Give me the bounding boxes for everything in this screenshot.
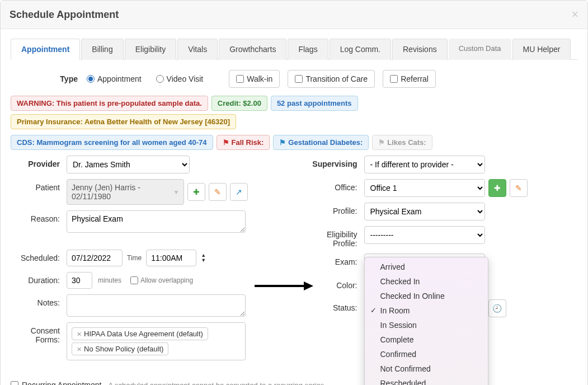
- svg-marker-1: [304, 281, 313, 290]
- recurring-appointment-checkbox[interactable]: Recurring Appointment A scheduled appoin…: [11, 381, 577, 385]
- plus-icon: ✚: [193, 187, 200, 196]
- pencil-icon: ✎: [515, 184, 522, 192]
- supervising-label: Supervising: [303, 156, 364, 168]
- tab-eligibility[interactable]: Eligibility: [125, 39, 176, 60]
- tab-growthcharts[interactable]: Growthcharts: [219, 39, 286, 60]
- badge-credit: Credit: $2.00: [211, 96, 267, 111]
- status-option-complete[interactable]: Complete: [365, 332, 488, 347]
- minutes-label: minutes: [98, 276, 121, 284]
- appointment-type-row: Type Appointment Video Visit Walk-in Tra…: [11, 67, 577, 96]
- consent-forms-label: Consent Forms:: [11, 322, 67, 344]
- patient-field[interactable]: Jenny (Jen) Harris - 02/11/1980▼: [67, 179, 184, 205]
- info-badges: WARNING: This patient is pre-populated s…: [11, 96, 577, 129]
- tab-mu-helper[interactable]: MU Helper: [512, 39, 571, 60]
- radio-appointment[interactable]: Appointment: [87, 74, 142, 83]
- consent-tag-hipaa[interactable]: ✕HIPAA Data Use Agreement (default): [72, 327, 208, 340]
- provider-select[interactable]: Dr. James Smith: [67, 156, 190, 173]
- pencil-icon: ✎: [214, 187, 221, 196]
- badge-cds[interactable]: CDS: Mammogram screening for all women a…: [11, 135, 213, 150]
- tab-billing[interactable]: Billing: [81, 39, 123, 60]
- add-office-button[interactable]: ✚: [488, 179, 506, 197]
- edit-office-button[interactable]: ✎: [510, 179, 528, 197]
- bottom-options: Recurring Appointment A scheduled appoin…: [11, 374, 577, 385]
- consent-forms-tagbox[interactable]: ✕HIPAA Data Use Agreement (default) ✕No …: [67, 322, 246, 360]
- eligibility-profile-select[interactable]: ---------: [364, 226, 485, 244]
- time-stepper[interactable]: ▲▼: [201, 253, 206, 263]
- badge-warning: WARNING: This patient is pre-populated s…: [11, 96, 208, 111]
- open-patient-button[interactable]: ↗: [230, 183, 248, 201]
- scheduled-time-input[interactable]: [146, 250, 196, 266]
- office-label: Office:: [303, 179, 364, 192]
- tab-logcomm[interactable]: Log Comm.: [330, 39, 391, 60]
- checkbox-referral[interactable]: Referral: [383, 70, 436, 88]
- eligibility-profile-label: Eligibility Profile:: [303, 226, 364, 248]
- external-link-icon: ↗: [236, 187, 242, 196]
- close-icon[interactable]: ×: [571, 7, 578, 22]
- flag-icon: ⚑: [378, 138, 385, 147]
- notes-textarea[interactable]: [67, 294, 246, 317]
- annotation-arrow: [255, 280, 313, 292]
- tab-vitals[interactable]: Vitals: [177, 39, 218, 60]
- flag-badges: CDS: Mammogram screening for all women a…: [11, 135, 577, 150]
- status-option-rescheduled[interactable]: Rescheduled: [365, 376, 488, 385]
- status-option-in-session[interactable]: In Session: [365, 318, 488, 332]
- provider-label: Provider: [11, 156, 67, 168]
- supervising-select[interactable]: - If different to provider -: [364, 156, 485, 173]
- remove-tag-icon[interactable]: ✕: [77, 346, 82, 353]
- reason-label: Reason:: [11, 210, 67, 223]
- status-option-checked-in[interactable]: Checked In: [365, 274, 488, 289]
- edit-patient-button[interactable]: ✎: [209, 183, 227, 201]
- profile-label: Profile:: [303, 203, 364, 215]
- scheduled-label: Scheduled:: [11, 250, 67, 262]
- checkbox-transition-of-care[interactable]: Transition of Care: [288, 70, 375, 88]
- profile-select[interactable]: Physical Exam: [364, 203, 485, 220]
- patient-label: Patient: [11, 179, 67, 192]
- time-label: Time: [127, 254, 142, 262]
- tab-bar: Appointment Billing Eligibility Vitals G…: [11, 38, 577, 60]
- plus-icon: ✚: [494, 184, 501, 192]
- flag-icon: ⚑: [223, 138, 229, 147]
- badge-insurance: Primary Insurance: Aetna Better Health o…: [11, 114, 236, 129]
- tab-revisions[interactable]: Revisions: [392, 39, 448, 60]
- notes-label: Notes:: [11, 294, 67, 307]
- reason-textarea[interactable]: Physical Exam: [67, 210, 246, 233]
- radio-video-visit[interactable]: Video Visit: [156, 74, 204, 83]
- status-option-not-confirmed[interactable]: Not Confirmed: [365, 361, 488, 376]
- exam-label: Exam:: [303, 253, 364, 266]
- tab-custom-data[interactable]: Custom Data: [449, 39, 511, 60]
- chevron-down-icon: ▼: [173, 189, 179, 195]
- status-label: Status:: [303, 299, 364, 312]
- office-select[interactable]: Office 1: [364, 179, 485, 197]
- checkbox-walkin[interactable]: Walk-in: [229, 70, 280, 88]
- badge-gestational-diabetes[interactable]: ⚑Gestational Diabetes:: [273, 135, 369, 150]
- status-option-checked-in-online[interactable]: Checked In Online: [365, 289, 488, 303]
- duration-label: Duration:: [11, 272, 67, 285]
- status-dropdown[interactable]: Arrived Checked In Checked In Online In …: [364, 257, 488, 385]
- type-label: Type: [11, 74, 78, 83]
- add-patient-button[interactable]: ✚: [187, 183, 205, 201]
- duration-input[interactable]: [67, 272, 92, 289]
- status-option-arrived[interactable]: Arrived: [365, 260, 488, 274]
- allow-overlapping-checkbox[interactable]: Allow overlapping: [130, 276, 193, 284]
- chevron-down-icon: ▼: [201, 258, 206, 263]
- tab-appointment[interactable]: Appointment: [11, 39, 80, 60]
- remove-tag-icon[interactable]: ✕: [77, 331, 82, 337]
- clock-icon: 🕘: [492, 304, 502, 313]
- status-option-confirmed[interactable]: Confirmed: [365, 347, 488, 361]
- badge-likes-cats[interactable]: ⚑Likes Cats:: [372, 135, 432, 150]
- tab-flags[interactable]: Flags: [288, 39, 328, 60]
- status-option-in-room[interactable]: In Room: [365, 303, 488, 318]
- scheduled-date-input[interactable]: [67, 250, 123, 266]
- modal-title: Schedule Appointment: [10, 9, 119, 21]
- status-history-button[interactable]: 🕘: [488, 299, 506, 317]
- consent-tag-noshow[interactable]: ✕No Show Policy (default): [72, 342, 168, 355]
- flag-icon: ⚑: [279, 138, 286, 147]
- badge-past-appointments[interactable]: 52 past appointments: [271, 96, 358, 111]
- badge-fallrisk[interactable]: ⚑Fall Risk:: [217, 135, 270, 150]
